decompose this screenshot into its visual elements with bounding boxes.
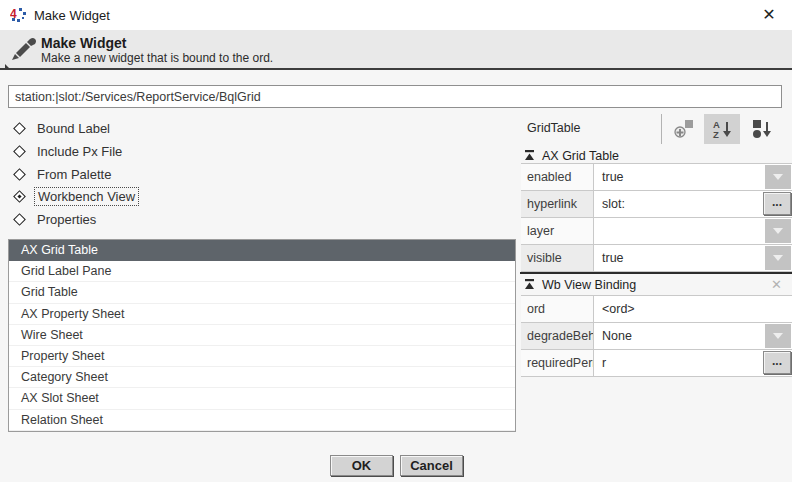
property-label: layer	[521, 218, 594, 244]
window-titlebar: 4 Make Widget ✕	[0, 0, 792, 30]
radio-diamond-icon	[13, 145, 26, 158]
dropdown-button[interactable]	[765, 165, 791, 189]
property-label: requiredPerm	[521, 350, 594, 376]
radio-label: Bound Label	[34, 120, 113, 137]
collapse-icon[interactable]	[524, 276, 535, 294]
chevron-down-icon	[773, 255, 783, 261]
ellipsis-button[interactable]: ...	[763, 192, 791, 215]
view-list: AX Grid Table Grid Label Pane Grid Table…	[8, 239, 516, 432]
toolbar-separator	[661, 114, 662, 144]
property-grid-ax-grid-table: enabled true hyperlink slot: ... layer v…	[521, 163, 792, 272]
sort-alphabetical-icon: A Z	[710, 118, 734, 140]
radio-properties[interactable]: Properties	[13, 210, 99, 228]
radio-label: Workbench View	[34, 187, 139, 206]
property-sheet-panel: GridTable A Z	[520, 112, 792, 482]
svg-text:Z: Z	[713, 129, 719, 140]
section-header-ax-grid-table[interactable]: AX Grid Table	[520, 148, 792, 164]
property-value[interactable]: true	[595, 164, 792, 190]
list-item[interactable]: Wire Sheet	[9, 325, 515, 346]
property-value[interactable]: None	[595, 323, 792, 349]
property-row-layer: layer	[521, 218, 792, 245]
radio-label: From Palette	[34, 166, 114, 183]
property-row-ord: ord <ord>	[521, 296, 792, 323]
property-label: ord	[521, 296, 594, 322]
property-row-enabled: enabled true	[521, 164, 792, 191]
property-value[interactable]: <ord>	[595, 296, 792, 322]
property-sheet-title: GridTable	[527, 121, 581, 135]
property-value[interactable]: true	[595, 245, 792, 271]
property-label: hyperlink	[521, 191, 594, 217]
property-label: visible	[521, 245, 594, 271]
sort-by-kind-icon	[750, 118, 774, 140]
radio-diamond-icon	[13, 122, 26, 135]
ord-input[interactable]	[8, 85, 782, 108]
property-row-degrade-behavior: degradeBehav None	[521, 323, 792, 350]
dropdown-button[interactable]	[765, 246, 791, 270]
section-divider	[520, 272, 792, 274]
radio-diamond-icon	[13, 168, 26, 181]
chevron-down-icon	[773, 228, 783, 234]
property-value[interactable]	[595, 218, 792, 244]
radio-bound-label[interactable]: Bound Label	[13, 119, 113, 137]
window-title: Make Widget	[34, 8, 110, 23]
chevron-down-icon	[773, 174, 783, 180]
dialog-title: Make Widget	[41, 35, 126, 51]
list-item[interactable]: Category Sheet	[9, 367, 515, 388]
list-item[interactable]: Grid Label Pane	[9, 261, 515, 282]
sort-by-kind-button[interactable]	[744, 114, 780, 144]
list-item[interactable]: Property Sheet	[9, 346, 515, 367]
ellipsis-button[interactable]: ...	[763, 351, 791, 374]
ok-button[interactable]: OK	[330, 455, 393, 476]
property-label: degradeBehav	[521, 323, 594, 349]
add-slot-button[interactable]	[666, 114, 702, 144]
property-label: enabled	[521, 164, 594, 190]
radio-label: Properties	[34, 211, 99, 228]
dialog-header: Make Widget Make a new widget that is bo…	[0, 30, 792, 70]
niagara-logo-icon: 4	[10, 7, 26, 23]
dropdown-button[interactable]	[765, 219, 791, 243]
section-title: AX Grid Table	[542, 149, 619, 163]
cancel-button[interactable]: Cancel	[400, 455, 463, 476]
section-close-icon[interactable]: ✕	[771, 277, 782, 292]
dropdown-button[interactable]	[765, 324, 791, 348]
window-close-icon[interactable]: ✕	[758, 4, 780, 26]
list-item[interactable]: Relation Sheet	[9, 410, 515, 431]
chevron-down-icon	[773, 333, 783, 339]
radio-include-px-file[interactable]: Include Px File	[13, 142, 125, 160]
dialog-subtitle: Make a new widget that is bound to the o…	[41, 51, 273, 65]
radio-label: Include Px File	[34, 143, 125, 160]
add-slot-icon	[672, 118, 696, 140]
list-item[interactable]: Grid Table	[9, 282, 515, 303]
radio-workbench-view[interactable]: Workbench View	[13, 187, 139, 205]
radio-from-palette[interactable]: From Palette	[13, 165, 114, 183]
property-row-required-permissions: requiredPerm r ...	[521, 350, 792, 377]
property-row-hyperlink: hyperlink slot: ...	[521, 191, 792, 218]
section-header-wb-view-binding[interactable]: Wb View Binding ✕	[520, 277, 792, 293]
list-item[interactable]: AX Property Sheet	[9, 304, 515, 325]
list-item[interactable]: AX Slot Sheet	[9, 388, 515, 409]
radio-diamond-icon	[13, 190, 26, 203]
radio-diamond-icon	[13, 213, 26, 226]
pencil-icon	[3, 31, 39, 69]
section-title: Wb View Binding	[542, 278, 636, 292]
property-grid-wb-view-binding: ord <ord> degradeBehav None requiredPerm…	[521, 295, 792, 377]
property-row-visible: visible true	[521, 245, 792, 272]
sort-alphabetical-button[interactable]: A Z	[704, 114, 740, 144]
list-item[interactable]: AX Grid Table	[9, 240, 515, 261]
